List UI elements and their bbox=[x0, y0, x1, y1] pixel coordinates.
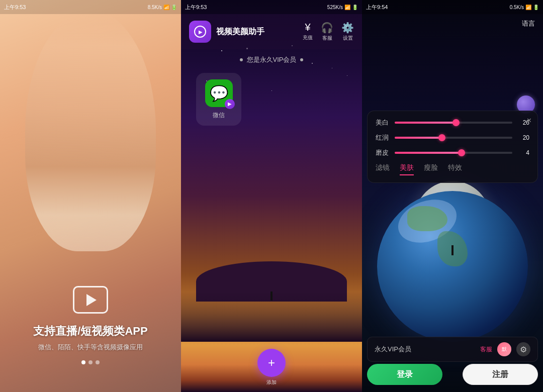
tab-effects[interactable]: 特效 bbox=[448, 163, 462, 175]
battery-icon-2: 🔋 bbox=[352, 5, 358, 10]
status-time: 上午9:53 bbox=[4, 4, 26, 11]
smoothing-label: 磨皮 bbox=[376, 148, 390, 157]
beauty-mode-button[interactable]: 默 bbox=[497, 342, 511, 356]
whitening-track[interactable] bbox=[395, 122, 512, 124]
whitening-label: 美白 bbox=[376, 118, 390, 127]
smoothing-slider-row: 磨皮 4 bbox=[376, 148, 529, 157]
smoothing-track[interactable] bbox=[395, 152, 512, 154]
rosy-fill bbox=[395, 137, 442, 139]
smoothing-value: 4 bbox=[517, 149, 529, 156]
rosy-track[interactable] bbox=[395, 137, 512, 139]
add-label: 添加 bbox=[266, 379, 277, 386]
app-logo-inner bbox=[194, 26, 206, 38]
charge-label: 充值 bbox=[303, 34, 313, 41]
language-button[interactable]: 语言 bbox=[522, 19, 535, 28]
wifi-icon-3: 📶 bbox=[525, 5, 531, 10]
tab-filter[interactable]: 滤镜 bbox=[376, 163, 390, 175]
panel2-app-select: 上午9:53 525K/s 📶 🔋 视频美颜助手 ¥ 充值 🎧 客服 ⚙️ 设置 bbox=[181, 0, 362, 392]
earth-continent1 bbox=[407, 206, 447, 231]
settings-label: 设置 bbox=[343, 35, 353, 42]
customer-service-button[interactable]: 客服 bbox=[480, 345, 492, 354]
beauty-control-panel: × 美白 26 红润 20 磨皮 4 bbox=[367, 111, 538, 183]
settings-icon: ⚙️ bbox=[341, 22, 354, 34]
settings-action[interactable]: ⚙️ 设置 bbox=[341, 22, 354, 42]
register-label: 注册 bbox=[492, 369, 508, 380]
dot-2[interactable] bbox=[88, 360, 93, 364]
panel2-statusbar: 上午9:53 525K/s 📶 🔋 bbox=[181, 0, 362, 14]
smoothing-fill bbox=[395, 152, 462, 154]
dot-3[interactable] bbox=[96, 360, 100, 364]
panel3-beauty: 上午9:54 0.5K/s 📶 🔋 语言 × 美白 26 红润 bbox=[362, 0, 543, 392]
whitening-fill bbox=[395, 122, 456, 124]
wechat-badge-icon: ▶ bbox=[228, 101, 232, 107]
tab-skin[interactable]: 美肤 bbox=[400, 163, 414, 175]
status-icons-2: 525K/s 📶 🔋 bbox=[327, 5, 358, 10]
earth-decoration bbox=[377, 191, 528, 342]
register-button[interactable]: 注册 bbox=[463, 364, 538, 385]
vip-bottom-bar: 永久VIP会员 客服 默 ⚙ bbox=[367, 337, 538, 362]
dot-1[interactable] bbox=[81, 360, 85, 364]
vip-badge: 您是永久VIP会员 bbox=[181, 55, 362, 64]
wechat-app-item[interactable]: 💬 ▶ 微信 bbox=[196, 73, 241, 126]
panel1-intro: 上午9:53 8.5K/s 📶 🔋 支持直播/短视频类APP 微信、陌陌、快手等… bbox=[0, 0, 181, 392]
login-label: 登录 bbox=[397, 369, 413, 380]
wechat-icon: 💬 ▶ bbox=[205, 79, 233, 107]
status-time-2: 上午9:53 bbox=[185, 4, 207, 11]
network-speed-2: 525K/s bbox=[327, 5, 343, 10]
girl-image bbox=[25, 10, 156, 251]
panel2-header: 视频美颜助手 ¥ 充值 🎧 客服 ⚙️ 设置 bbox=[181, 14, 362, 49]
whitening-thumb[interactable] bbox=[452, 119, 460, 126]
beauty-mode-icon: 默 bbox=[502, 346, 507, 353]
video-camera-icon bbox=[73, 286, 108, 314]
app-name: 视频美颜助手 bbox=[216, 27, 303, 37]
status-time-3: 上午9:54 bbox=[366, 4, 388, 11]
login-button[interactable]: 登录 bbox=[367, 364, 442, 385]
charge-action[interactable]: ¥ 充值 bbox=[303, 22, 313, 42]
rosy-value: 20 bbox=[517, 134, 529, 141]
wechat-badge: ▶ bbox=[225, 99, 235, 109]
add-button[interactable]: + 添加 bbox=[257, 349, 286, 377]
gear-button[interactable]: ⚙ bbox=[516, 342, 530, 356]
network-speed: 8.5K/s bbox=[148, 5, 162, 10]
carousel-dots bbox=[0, 360, 181, 364]
header-actions: ¥ 充值 🎧 客服 ⚙️ 设置 bbox=[303, 22, 354, 42]
desert-scene bbox=[181, 251, 362, 342]
vip-label: 永久VIP会员 bbox=[375, 345, 480, 354]
close-button[interactable]: × bbox=[527, 116, 531, 125]
whitening-slider-row: 美白 26 bbox=[376, 118, 529, 127]
status-icons: 8.5K/s 📶 🔋 bbox=[148, 5, 177, 10]
status-icons-3: 0.5K/s 📶 🔋 bbox=[510, 5, 539, 10]
app-logo bbox=[189, 21, 211, 43]
signal-icon: 📶 bbox=[163, 5, 169, 10]
panel3-statusbar: 上午9:54 0.5K/s 📶 🔋 bbox=[362, 0, 543, 14]
vip-dot-left bbox=[240, 58, 243, 61]
rosy-label: 红润 bbox=[376, 133, 390, 142]
rosy-thumb[interactable] bbox=[438, 134, 445, 141]
panel1-content: 支持直播/短视频类APP 微信、陌陌、快手等含视频摄像应用 bbox=[0, 286, 181, 352]
panel1-statusbar: 上午9:53 8.5K/s 📶 🔋 bbox=[0, 0, 181, 14]
desert-ground bbox=[181, 291, 362, 342]
wechat-symbol: 💬 bbox=[210, 84, 228, 102]
bottom-bar-actions: 客服 默 ⚙ bbox=[480, 342, 530, 356]
network-speed-3: 0.5K/s bbox=[510, 5, 524, 10]
gear-icon: ⚙ bbox=[520, 345, 527, 354]
service-label: 客服 bbox=[322, 35, 332, 42]
plus-icon: + bbox=[268, 357, 275, 369]
service-action[interactable]: 🎧 客服 bbox=[321, 22, 333, 42]
vip-dot-right bbox=[300, 58, 303, 61]
service-icon: 🎧 bbox=[321, 22, 333, 34]
wechat-label: 微信 bbox=[213, 111, 225, 120]
panel1-title: 支持直播/短视频类APP bbox=[33, 324, 147, 339]
battery-icon-3: 🔋 bbox=[533, 5, 539, 10]
wifi-icon: 📶 bbox=[344, 5, 350, 10]
smoothing-thumb[interactable] bbox=[458, 149, 465, 156]
beauty-tabs: 滤镜 美肤 瘦脸 特效 bbox=[376, 163, 529, 175]
battery-icon: 🔋 bbox=[171, 5, 177, 10]
charge-icon: ¥ bbox=[305, 22, 310, 33]
rosy-slider-row: 红润 20 bbox=[376, 133, 529, 142]
vip-text: 您是永久VIP会员 bbox=[247, 55, 297, 64]
tab-slimface[interactable]: 瘦脸 bbox=[424, 163, 438, 175]
panel1-subtitle: 微信、陌陌、快手等含视频摄像应用 bbox=[38, 343, 143, 352]
person-on-earth bbox=[451, 245, 454, 255]
